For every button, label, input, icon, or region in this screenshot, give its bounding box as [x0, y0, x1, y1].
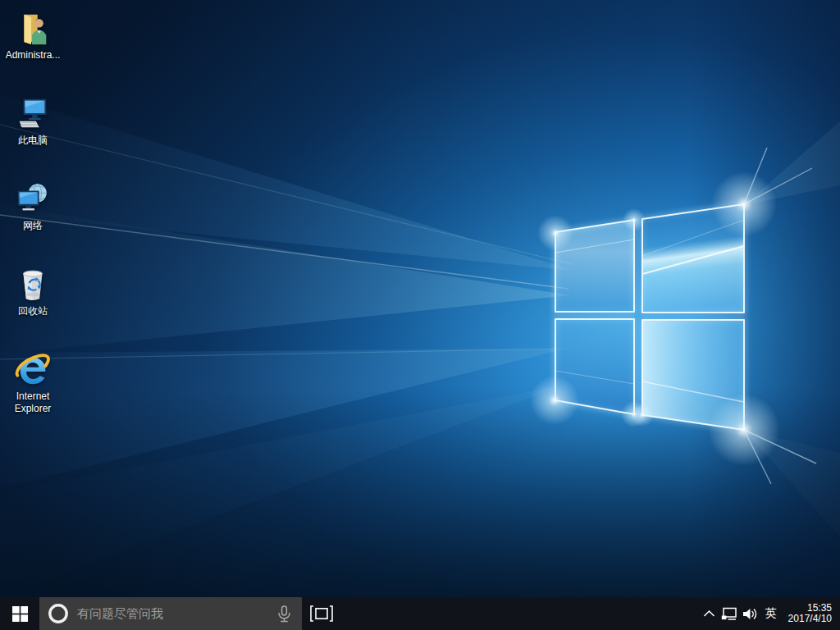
task-view-button[interactable]: [302, 597, 341, 630]
network-globe-icon: [14, 180, 52, 218]
windows-logo-icon: [12, 606, 28, 622]
speaker-icon: [742, 606, 758, 622]
desktop-icon-label: Administra...: [6, 49, 61, 62]
taskbar-empty-area: [341, 597, 699, 630]
clock-date: 2017/4/10: [788, 614, 832, 625]
ime-indicator[interactable]: 英: [760, 597, 782, 630]
desktop-icon-label: 回收站: [18, 305, 48, 317]
start-button[interactable]: [0, 597, 39, 630]
search-placeholder: 有问题尽管问我: [77, 606, 275, 622]
desktop-icon-network[interactable]: 网络: [2, 180, 64, 266]
task-view-icon: [310, 605, 333, 622]
wallpaper-image: [0, 0, 840, 597]
desktop-icon-label: 此电脑: [18, 135, 48, 147]
chevron-up-icon: [703, 609, 715, 618]
system-tray: 英 15:35 2017/4/10: [699, 597, 840, 630]
clock-time: 15:35: [788, 603, 832, 614]
show-hidden-icons-button[interactable]: [699, 597, 719, 630]
internet-explorer-icon: [14, 351, 52, 389]
microphone-icon[interactable]: [275, 605, 294, 623]
user-folder-icon: [14, 10, 52, 48]
computer-icon: [14, 95, 52, 133]
desktop-icon-internet-explorer[interactable]: Internet Explorer: [2, 351, 64, 436]
desktop-icon-recycle-bin[interactable]: 回收站: [2, 266, 64, 351]
desktop: Administra... 此电脑: [0, 0, 840, 597]
recycle-bin-icon: [14, 266, 52, 304]
ime-language-label: 英: [765, 606, 777, 621]
taskbar: 有问题尽管问我: [0, 597, 840, 630]
network-tray-button[interactable]: [719, 597, 740, 630]
cortana-ring-icon: [48, 603, 69, 624]
desktop-icon-administrator[interactable]: Administra...: [2, 10, 64, 95]
volume-tray-button[interactable]: [740, 597, 760, 630]
taskbar-clock[interactable]: 15:35 2017/4/10: [782, 603, 840, 625]
wired-network-icon: [721, 606, 737, 622]
desktop-icon-label: 网络: [23, 220, 43, 232]
desktop-icon-column: Administra... 此电脑: [2, 10, 64, 436]
desktop-icon-this-pc[interactable]: 此电脑: [2, 95, 64, 180]
taskbar-search-box[interactable]: 有问题尽管问我: [39, 597, 302, 630]
desktop-icon-label: Internet Explorer: [2, 390, 63, 415]
